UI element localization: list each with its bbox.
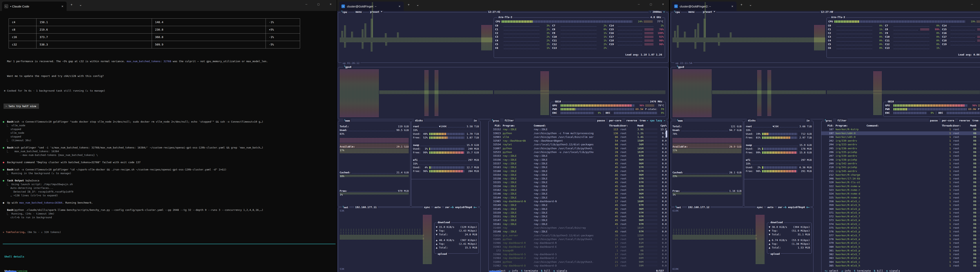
proc-row[interactable]: 33023python/usr/bin/python -c from multi…: [488, 131, 668, 135]
mem-box-label[interactable]: 2mem: [343, 119, 351, 122]
tab-ssh-session[interactable]: > cluster@GoldFinger: ~ ✕: [339, 2, 404, 11]
proc-row[interactable]: 359kworker/R-mlx5_h1root0B0.0: [821, 203, 980, 207]
proc-row[interactable]: 322kworker/R-nvme-w1root0B0.0: [821, 185, 980, 188]
minimize-button[interactable]: ─: [966, 0, 978, 8]
proc-row[interactable]: 33153ray::IDLEray::IDLE45root97M0.0: [488, 154, 668, 157]
footer-key[interactable]: k kill: [874, 269, 883, 272]
footer-key[interactable]: k kill: [541, 269, 550, 272]
per-core-button[interactable]: per-core: [608, 119, 622, 122]
proc-row[interactable]: 197kworker/u84:01root0B0.0: [821, 131, 980, 135]
maximize-button[interactable]: ▢: [645, 0, 657, 8]
proc-row[interactable]: 31982ray-dashboard-Dray-dashboard-D17roo…: [488, 264, 668, 267]
pause-button[interactable]: pause: [929, 119, 939, 122]
proc-row[interactable]: 207irq/339-aerdrv1root0B0.0: [821, 154, 980, 157]
new-tab-button[interactable]: +: [70, 3, 73, 7]
gpu-box-label[interactable]: 5gpu0: [676, 65, 685, 68]
tab-dropdown-icon[interactable]: ⌄: [79, 3, 82, 7]
proc-row[interactable]: 32533python/usr/bin/python -u /usr/local…: [488, 150, 668, 154]
proc-row[interactable]: 385kworker/R-mlx5_h1root0B0.0: [821, 264, 980, 267]
proc-row[interactable]: 33159ray::IDLEray::IDLE45root97M0.0: [488, 211, 668, 215]
proc-row[interactable]: 320kworker/R-tls-st1root0B0.0: [821, 180, 980, 184]
net-box-label[interactable]: 3net: [342, 206, 349, 209]
proc-row[interactable]: 375kworker/R-mlx5_h1root0B0.0: [821, 226, 980, 230]
disks-box-label[interactable]: disks: [747, 119, 757, 122]
preset-button[interactable]: preset *: [369, 10, 383, 13]
proc-row[interactable]: 204irq/333-aerdrv1root0B0.0: [821, 143, 980, 146]
tree-button[interactable]: tree: [971, 119, 979, 122]
proc-row[interactable]: 210irq/341-pciehp1root0B0.0: [821, 165, 980, 169]
filter-button[interactable]: filter: [836, 119, 848, 122]
proc-row[interactable]: 33146ray::IDLEray::IDLE45root96M0.0: [488, 192, 668, 196]
proc-row[interactable]: 31985ray-dashboard-Nray-dashboard-N17roo…: [488, 199, 668, 203]
proc-row[interactable]: 202irq/330-aerdrv1root0B0.0: [821, 139, 980, 143]
proc-row[interactable]: 382kworker/R-mlx5_f1root0B0.0: [821, 252, 980, 256]
tree-button[interactable]: tree: [639, 119, 647, 122]
proc-row[interactable]: 371kworker/R-mlx5_e1root0B0.0: [821, 211, 980, 215]
net-sync-button[interactable]: sync: [423, 206, 431, 208]
proc-row[interactable]: 308kworker/17:1H-kb1root0B0.0: [821, 177, 980, 180]
footer-key[interactable]: ↵ info: [509, 269, 518, 272]
cpu-box-label[interactable]: 1cpu: [673, 10, 681, 14]
net-auto-button[interactable]: auto: [434, 206, 442, 208]
proc-row[interactable]: 33156ray::IDLEray::IDLE45root96M0.0: [488, 158, 668, 162]
proc-row[interactable]: 33152ray::IDLEray::IDLE113root3.9G13.7: [488, 127, 668, 131]
net-box-label[interactable]: 3net: [675, 206, 682, 209]
sort-mode[interactable]: ← cpu lazy →: [646, 119, 666, 122]
proc-row[interactable]: 33161ray::IDLEray::IDLE45root97M0.0: [488, 222, 668, 226]
footer-key[interactable]: s signals: [554, 269, 567, 272]
proc-box-label[interactable]: 4proc: [824, 119, 833, 122]
net-sync-button[interactable]: sync: [756, 206, 764, 208]
tab-close-icon[interactable]: ✕: [398, 5, 401, 8]
proc-row[interactable]: 33150ray::IDLEray::IDLE45root97M0.0: [488, 185, 668, 188]
proc-row[interactable]: 31897python/usr/bin/python /usr/local/li…: [488, 146, 668, 150]
proc-row[interactable]: 31986ray-dashboard-Rray-dashboard-R17roo…: [488, 241, 668, 245]
new-tab-button[interactable]: +: [740, 3, 743, 7]
filter-button[interactable]: filter: [504, 119, 515, 122]
proc-row[interactable]: 380kworker/R-mlx5_h1root0B0.0: [821, 245, 980, 249]
menu-button[interactable]: menu: [687, 10, 695, 13]
proc-row[interactable]: 360kworker/R-mlx5_p1root0B0.0: [821, 207, 980, 211]
proc-row[interactable]: 31480ray/usr/bin/python /usr/local/bin/r…: [488, 226, 668, 230]
maximize-button[interactable]: ▢: [978, 0, 980, 8]
footer-key[interactable]: t terminate: [521, 269, 538, 272]
menu-button[interactable]: menu: [355, 10, 363, 13]
proc-row[interactable]: 33160ray::IDLEray::IDLE45root97M0.0: [488, 169, 668, 173]
proc-row[interactable]: 206irq/335-pciehp1root0B0.0: [821, 150, 980, 154]
tab-close-icon[interactable]: ✕: [730, 5, 734, 8]
new-tab-button[interactable]: +: [408, 3, 410, 7]
proc-row[interactable]: 376kworker/R-mlx5_p1root0B0.0: [821, 230, 980, 233]
footer-key[interactable]: ↵ info: [842, 269, 851, 272]
proc-row[interactable]: 31816gcs_server/usr/local/lib/python3.12…: [488, 234, 668, 237]
pause-button[interactable]: pause: [596, 119, 606, 122]
proc-row[interactable]: 378kworker/R-mlx5_e1root0B0.0: [821, 237, 980, 241]
proc-row[interactable]: 33158ray::IDLEray::IDLE45root97M0.0: [488, 177, 668, 180]
net-interface-switcher[interactable]: ←b enp1s0f0np0 n→: [450, 206, 478, 208]
minimize-button[interactable]: ─: [633, 0, 645, 8]
proc-row[interactable]: 377kworker/R-mlx5_f1root0B0.0: [821, 234, 980, 237]
gpu-box-label[interactable]: 5gpu0: [343, 65, 352, 68]
proc-row[interactable]: 33155ray::IDLEray::IDLE45root97M0.0: [488, 180, 668, 184]
reverse-button[interactable]: reverse: [958, 119, 971, 122]
footer-key[interactable]: ↑↓ select: [824, 269, 838, 272]
io-mode-button[interactable]: io: [473, 119, 478, 122]
proc-row[interactable]: 373kworker/R-mlx5_e1root0B0.0: [821, 218, 980, 222]
cpu-box-label[interactable]: 1cpu: [340, 10, 348, 14]
net-auto-button[interactable]: auto: [766, 206, 775, 208]
proc-row[interactable]: 32903vllm/usr/bin/python /usr/local/bin/…: [488, 135, 668, 139]
proc-row[interactable]: 31983ray-dashboard-Eray-dashboard-E17roo…: [488, 245, 668, 249]
proc-row[interactable]: 33154ray::IDLEray::IDLE45root96M0.0: [488, 173, 668, 177]
interval-control[interactable]: - 2000ms +: [649, 10, 666, 13]
proc-row[interactable]: 33147ray::IDLEray::IDLE45root96M0.0: [488, 218, 668, 222]
proc-row[interactable]: 32534raylet/usr/local/lib/python3.12/dis…: [488, 143, 668, 146]
net-interface-switcher[interactable]: ←b enp1s0f0np0 n→: [783, 206, 810, 208]
proc-row[interactable]: 31984ray-dashboard-Jray-dashboard-J17roo…: [488, 256, 668, 260]
tab-dropdown-icon[interactable]: ⌄: [416, 3, 419, 7]
minimize-button[interactable]: ─: [300, 0, 312, 8]
tab-claude-code[interactable]: >_ • Claude Code ✕: [2, 2, 67, 11]
reverse-button[interactable]: reverse: [625, 119, 638, 122]
proc-row[interactable]: 33148ray::IDLEray::IDLE45root97M0.0: [488, 230, 668, 233]
proc-row[interactable]: 374kworker/R-mlx5_c1root0B0.0: [821, 222, 980, 226]
proc-row[interactable]: 31894python/usr/bin/python /usr/local/li…: [488, 260, 668, 264]
proc-row[interactable]: 372kworker/R-mlx5_f1root0B0.0: [821, 215, 980, 218]
tab-dropdown-icon[interactable]: ⌄: [749, 3, 752, 7]
